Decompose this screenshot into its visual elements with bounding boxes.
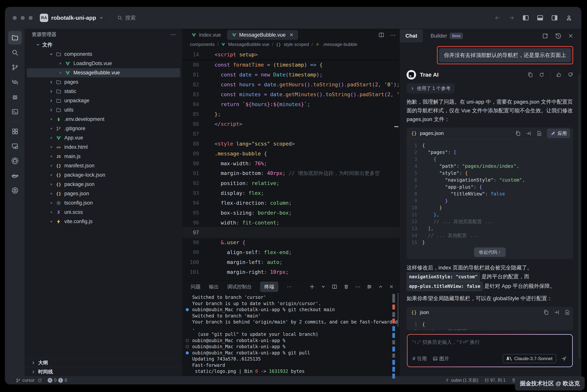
- terminal-dropdown-icon[interactable]: [321, 284, 326, 289]
- new-chat-icon[interactable]: [542, 33, 548, 39]
- tab-messagebubble-vue[interactable]: MessageBubble.vue ✕: [227, 30, 298, 40]
- breadcrumb[interactable]: components / MessageBubble.vue / {} styl…: [182, 40, 400, 49]
- history-icon[interactable]: [555, 33, 562, 39]
- model-selector[interactable]: A\ Claude-3.7-Sonnet: [503, 354, 556, 363]
- copy-icon[interactable]: [515, 130, 521, 136]
- tree-item-package-lock-json[interactable]: {}package-lock.json: [27, 170, 180, 180]
- account-icon[interactable]: [566, 14, 572, 21]
- tab-builder[interactable]: Builder Beta: [430, 33, 463, 39]
- tree-item-messagebubble-vue[interactable]: MessageBubble.vue: [27, 68, 180, 78]
- tab-terminal[interactable]: 终端: [260, 282, 278, 292]
- activity-docker[interactable]: [8, 169, 22, 182]
- insert-code-icon[interactable]: [526, 130, 532, 136]
- tree-item-tsconfig-json[interactable]: tsconfig.json: [27, 198, 180, 208]
- send-icon[interactable]: [560, 355, 567, 362]
- activity-search[interactable]: [8, 46, 22, 60]
- tree-item-components[interactable]: components: [27, 50, 180, 59]
- explorer-more-icon[interactable]: ⋯: [170, 31, 176, 38]
- tree-item--env-development[interactable]: $.env.development: [27, 114, 180, 124]
- code-editor[interactable]: 14<script setup>80const formatTime = (ti…: [182, 49, 400, 280]
- tab-debug-console[interactable]: 调试控制台: [227, 284, 252, 290]
- tree-item-app-vue[interactable]: App.vue: [27, 133, 180, 142]
- tree-item-package-json[interactable]: {}package.json: [27, 180, 180, 189]
- breadcrumb-item[interactable]: MessageBubble.vue: [228, 42, 269, 47]
- tree-item-uni-scss[interactable]: Suni.scss: [27, 208, 180, 217]
- copy-icon[interactable]: [543, 310, 549, 315]
- chat-input[interactable]: "↑↓" 切换历史输入，"⇧⏎" 换行: [412, 339, 567, 346]
- terminal-output[interactable]: Switched to branch 'cursor'Your branch i…: [182, 293, 400, 374]
- tree-item-index-html[interactable]: <>index.html: [27, 142, 180, 152]
- apply-button[interactable]: 应用: [547, 129, 570, 138]
- tab-chat[interactable]: Chat: [400, 30, 423, 42]
- close-tab-icon[interactable]: ✕: [289, 32, 294, 38]
- thumbs-down-icon[interactable]: [568, 72, 573, 78]
- tree-item-manifest-json[interactable]: {}manifest.json: [27, 161, 180, 170]
- breadcrumb-item[interactable]: components: [190, 42, 215, 47]
- activity-watch[interactable]: [8, 75, 22, 89]
- terminal-more-icon[interactable]: ⋯: [355, 284, 360, 290]
- tree-item-vite-config-js[interactable]: vite.config.js: [27, 217, 180, 226]
- toggle-right-panel-icon[interactable]: [551, 14, 558, 21]
- tab-index-vue[interactable]: index.vue: [187, 30, 226, 40]
- navigate-back-icon[interactable]: [494, 14, 501, 21]
- breadcrumb-item[interactable]: .message-bubble: [322, 42, 357, 47]
- thumbs-up-icon[interactable]: [556, 72, 562, 78]
- new-file-icon[interactable]: [564, 310, 570, 315]
- problems-indicator[interactable]: ✕ 0 ! 0: [48, 378, 67, 383]
- activity-remote-terminal[interactable]: [8, 139, 22, 153]
- branch-indicator[interactable]: cursor: [16, 378, 42, 383]
- new-file-icon[interactable]: [536, 130, 542, 136]
- toggle-left-panel-icon[interactable]: [522, 14, 529, 21]
- collapse-code-button[interactable]: 收起代码 ↑: [474, 248, 506, 257]
- tree-item-main-js[interactable]: JSmain.js: [27, 152, 180, 161]
- image-button[interactable]: 图片: [432, 356, 449, 362]
- regenerate-icon[interactable]: [539, 72, 544, 78]
- close-panel-icon[interactable]: [389, 284, 394, 289]
- terminal-settings-icon[interactable]: [366, 284, 372, 290]
- maximize-window-icon[interactable]: [29, 16, 33, 20]
- traffic-lights[interactable]: [13, 16, 33, 20]
- cursor-position[interactable]: 行 97, 列 1: [485, 378, 506, 383]
- blame-author[interactable]: oubin (1 天前): [445, 378, 478, 383]
- global-search[interactable]: 搜索: [117, 14, 136, 22]
- activity-source-control[interactable]: [8, 60, 22, 74]
- copy-icon[interactable]: [528, 72, 533, 78]
- reference-button[interactable]: # 引用: [412, 356, 427, 362]
- split-editor-icon[interactable]: [378, 32, 384, 38]
- insert-code-icon[interactable]: [554, 310, 560, 315]
- activity-kubernetes[interactable]: [8, 184, 22, 197]
- new-terminal-icon[interactable]: [309, 284, 315, 290]
- files-section-header[interactable]: 文件: [25, 40, 182, 50]
- activity-terminal[interactable]: [8, 105, 22, 118]
- tab-output[interactable]: 输出: [209, 284, 219, 290]
- terminal-scrollbar[interactable]: [397, 293, 399, 327]
- outline-section[interactable]: 大纲: [25, 358, 182, 367]
- tree-item-unpackage[interactable]: unpackage: [27, 96, 180, 105]
- tree-item-static[interactable]: static: [27, 87, 180, 96]
- split-terminal-icon[interactable]: [332, 284, 337, 290]
- project-switcher[interactable]: RA robotalk-uni-app: [40, 14, 104, 22]
- chat-messages[interactable]: 你并没有去掉顶部默认的导航栏，还是显示在页面上 Trae AI: [400, 43, 581, 376]
- references-toggle[interactable]: 使用了 1 个参考: [406, 83, 454, 93]
- terminal-tabs-more-icon[interactable]: ⋯: [287, 284, 292, 290]
- activity-debug[interactable]: [8, 90, 22, 104]
- toggle-bottom-panel-icon[interactable]: [537, 14, 544, 21]
- activity-github[interactable]: [8, 154, 22, 168]
- tree-item-pages-json[interactable]: {}pages.json: [27, 189, 180, 198]
- breadcrumb-item[interactable]: style scoped: [284, 42, 309, 47]
- activity-extensions[interactable]: [8, 124, 22, 138]
- trash-icon[interactable]: [344, 284, 349, 290]
- navigate-forward-icon[interactable]: [508, 14, 515, 21]
- close-chat-icon[interactable]: [568, 33, 574, 39]
- tree-item--gitignore[interactable]: .gitignore: [27, 124, 180, 133]
- maximize-panel-icon[interactable]: [378, 284, 383, 289]
- chat-scrollbar[interactable]: [578, 74, 580, 359]
- tree-item-utils[interactable]: utils: [27, 105, 180, 114]
- minimize-window-icon[interactable]: [21, 16, 25, 20]
- close-window-icon[interactable]: [13, 16, 17, 20]
- activity-explorer[interactable]: [8, 31, 22, 44]
- timeline-section[interactable]: 时间线: [25, 367, 182, 376]
- tree-item-loadingdots-vue[interactable]: LoadingDots.vue: [27, 59, 180, 68]
- editor-more-icon[interactable]: ⋯: [390, 32, 396, 38]
- tree-item-pages[interactable]: pages: [27, 78, 180, 87]
